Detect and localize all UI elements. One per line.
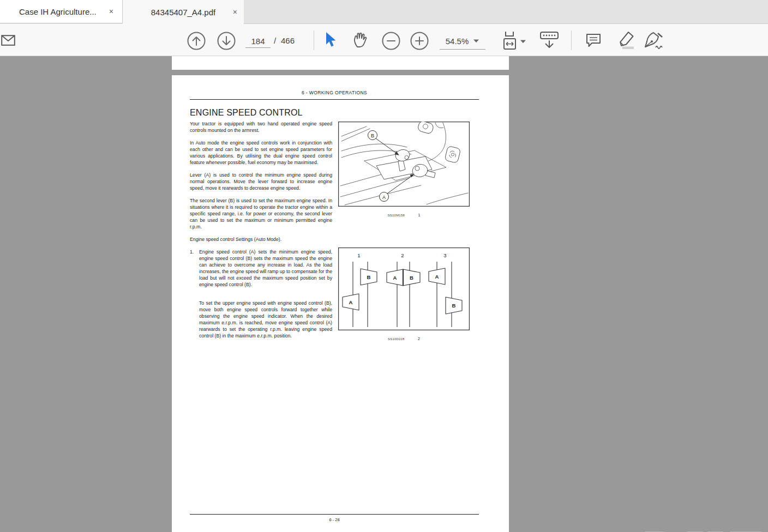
browser-tab-bar: Case IH Agriculture... × 84345407_A4.pdf… [0,0,768,24]
page-header: 6 - WORKING OPERATIONS [190,90,479,95]
figure1-callout-a: A [382,195,386,200]
watermark-logo-text: DHT [636,527,759,532]
page-up-icon[interactable] [187,32,206,50]
pdf-toolbar: / 466 54.5% [0,24,768,56]
paragraph: Engine speed control Settings (Auto Mode… [190,236,332,243]
zoom-out-icon[interactable] [382,32,400,50]
figure-armrest-levers: B A [338,122,470,207]
figure2-position-2: 2 [401,252,404,258]
paragraph: Your tractor is equipped with two hand o… [190,120,332,134]
zoom-level-dropdown[interactable]: 54.5% [440,33,485,50]
figure2-caption-number: 2 [418,337,420,341]
zoom-dropdown-caret-icon [473,39,479,43]
fit-width-caret-icon[interactable] [520,39,526,44]
section-title: ENGINE SPEED CONTROL [190,108,303,118]
hand-tool-icon[interactable] [351,31,369,49]
figure-lever-positions: 1 2 3 [338,247,470,330]
paragraph: The second lever (B) is used to set the … [190,197,332,230]
figure2-lever-p2-left: A [393,275,397,281]
list-number: 1. [190,249,199,294]
close-icon[interactable]: × [108,7,115,16]
mail-icon[interactable] [1,35,15,46]
figure2-lever-p1-top: B [367,274,371,280]
tab-title: 84345407_A4.pdf [151,8,215,17]
pdf-viewport[interactable]: 6 - WORKING OPERATIONS ENGINE SPEED CONT… [0,56,768,532]
figure2-drawing: 1 2 3 [338,247,470,330]
paragraph: Lever (A) is used to control the minimum… [190,172,332,191]
tab-title: Case IH Agriculture... [19,7,97,16]
signature-icon[interactable] [643,31,664,50]
page-down-icon[interactable] [217,32,236,50]
figure1-caption: SS10M158 1 [338,209,470,219]
figure2-lever-p2-right: B [410,275,413,281]
paragraph: To set the upper engine speed with engin… [199,300,332,339]
figure2-caption-code: SS10D228 [388,337,405,341]
page-number-input[interactable] [245,35,271,48]
figure1-callout-b: B [371,133,374,138]
zoom-value: 54.5% [446,37,469,46]
header-rule [190,99,479,100]
list-item: 1. Engine speed control (A) sets the min… [190,249,332,294]
figure2-caption: SS10D228 2 [338,332,470,342]
figure2-position-3: 3 [443,252,446,258]
comment-icon[interactable] [585,32,602,49]
figure1-drawing: B A [338,122,470,207]
page-footer: 6 - 28 [190,517,479,522]
zoom-in-icon[interactable] [410,32,429,50]
toolbar-divider [571,31,572,50]
tab-pdf-document[interactable]: 84345407_A4.pdf × [123,0,244,24]
previous-page-bottom [172,56,509,70]
fit-width-icon[interactable] [501,31,519,50]
page-separator: / [274,36,276,45]
figure2-lever-p1-bottom: A [349,299,353,305]
list-text: Engine speed control (A) sets the minimu… [199,249,332,288]
dht-watermark: DHT Sharing creates success [573,525,768,532]
figure2-lever-p3-bottom: B [452,303,456,309]
select-tool-icon[interactable] [323,32,337,48]
page-total: 466 [281,36,295,45]
body-text-column: Your tractor is equipped with two hand o… [190,120,332,345]
toolbar-divider [314,31,314,50]
figure2-position-1: 1 [357,252,360,258]
highlighter-icon[interactable] [615,31,636,50]
pdf-page-184: 6 - WORKING OPERATIONS ENGINE SPEED CONT… [172,75,509,532]
figure1-caption-number: 1 [418,213,420,217]
tab-case-ih-agriculture[interactable]: Case IH Agriculture... × [0,0,123,23]
figure1-caption-code: SS10M158 [388,214,405,217]
toolbar-dock-icon[interactable] [539,31,560,50]
figure2-lever-p3-top: A [435,274,439,280]
close-icon[interactable]: × [232,8,238,16]
footer-rule [190,514,479,515]
paragraph: In Auto mode the engine speed controls w… [190,140,332,166]
